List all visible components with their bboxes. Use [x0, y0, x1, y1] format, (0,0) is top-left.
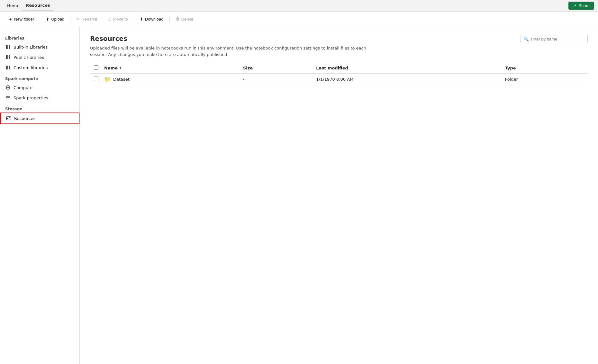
toolbar: ＋ New folder ⬆ Upload ✎ Rename ⤴ Move to…: [0, 12, 598, 27]
page-description: Uploaded files will be available in note…: [90, 45, 379, 58]
table-header-checkbox: [90, 63, 100, 74]
share-button[interactable]: ↗ Share: [568, 2, 594, 10]
svg-rect-6: [6, 66, 7, 69]
library-icon: [5, 44, 11, 50]
svg-rect-16: [6, 97, 10, 98]
properties-icon: [5, 95, 11, 101]
toolbar-separator: [40, 16, 40, 23]
sidebar-item-built-in-libraries[interactable]: Built-in Libraries: [0, 42, 79, 52]
row-checkbox[interactable]: [94, 77, 98, 81]
svg-rect-4: [7, 55, 8, 59]
upload-icon: ⬆: [46, 17, 50, 22]
svg-rect-17: [6, 99, 10, 99]
toolbar-separator-5: [169, 16, 170, 23]
search-icon: 🔍: [523, 36, 529, 41]
file-table: Name ↑ Size Last modified Type 📁: [90, 63, 588, 85]
toolbar-separator-4: [134, 16, 134, 23]
download-button[interactable]: ⬇ Download: [137, 15, 167, 23]
table-header-type: Type: [501, 63, 588, 74]
sort-arrow-icon: ↑: [119, 66, 122, 70]
sidebar-item-compute[interactable]: Compute: [0, 82, 79, 93]
sidebar-item-custom-libraries[interactable]: Custom libraries: [0, 62, 79, 73]
svg-rect-7: [7, 66, 8, 69]
move-icon: ⤴: [109, 17, 111, 22]
resources-icon: [6, 115, 12, 121]
select-all-checkbox[interactable]: [94, 65, 98, 70]
row-name-cell[interactable]: 📁 Dataset: [100, 74, 239, 85]
move-to-button[interactable]: ⤴ Move to: [106, 15, 131, 23]
library-icon-2: [5, 54, 11, 60]
compute-icon: [5, 85, 11, 90]
sidebar-section-spark-compute: Spark compute: [0, 73, 79, 82]
svg-rect-5: [9, 55, 10, 59]
sidebar: Libraries Built-in Libraries Public libr…: [0, 27, 80, 364]
table-row: 📁 Dataset - 1/1/1970 8:00 AM Folder: [90, 74, 588, 85]
svg-point-19: [7, 118, 8, 119]
nav-resources[interactable]: Resources: [23, 0, 53, 11]
sidebar-item-spark-properties[interactable]: Spark properties: [0, 93, 79, 103]
filter-input-wrapper: 🔍: [521, 35, 588, 43]
content-area: Resources Uploaded files will be availab…: [80, 27, 598, 364]
sidebar-item-public-libraries[interactable]: Public libraries: [0, 52, 79, 62]
main-layout: Libraries Built-in Libraries Public libr…: [0, 27, 598, 364]
sidebar-section-libraries: Libraries: [0, 32, 79, 42]
content-header: Resources Uploaded files will be availab…: [90, 35, 588, 58]
table-header-last-modified: Last modified: [312, 63, 501, 74]
folder-icon: 📁: [104, 76, 111, 82]
top-nav: Home Resources ↗ Share: [0, 0, 598, 12]
delete-icon: 🗑: [176, 17, 180, 22]
row-size-cell: -: [239, 74, 312, 85]
sidebar-item-resources[interactable]: Resources: [0, 113, 79, 124]
row-last-modified-cell: 1/1/1970 8:00 AM: [312, 74, 501, 85]
svg-rect-2: [9, 45, 10, 49]
sidebar-section-storage: Storage: [0, 103, 79, 113]
upload-button[interactable]: ⬆ Upload: [43, 15, 68, 23]
row-name: Dataset: [113, 77, 130, 82]
page-title: Resources: [90, 35, 379, 42]
share-icon: ↗: [573, 3, 576, 8]
library-icon-3: [5, 65, 11, 70]
filter-input[interactable]: [531, 37, 585, 41]
svg-rect-3: [6, 55, 7, 59]
row-type-cell: Folder: [501, 74, 588, 85]
svg-rect-15: [6, 96, 10, 97]
rename-button[interactable]: ✎ Rename: [73, 15, 100, 23]
table-header-name[interactable]: Name ↑: [100, 63, 239, 74]
download-icon: ⬇: [140, 17, 143, 22]
toolbar-separator-3: [103, 16, 103, 23]
plus-icon: ＋: [8, 16, 13, 22]
new-folder-button[interactable]: ＋ New folder: [5, 15, 37, 24]
content-title-area: Resources Uploaded files will be availab…: [90, 35, 379, 58]
svg-rect-8: [9, 66, 10, 69]
svg-point-10: [7, 87, 9, 88]
delete-button[interactable]: 🗑 Delete: [172, 15, 197, 23]
svg-rect-0: [6, 45, 7, 49]
table-header-size: Size: [239, 63, 312, 74]
nav-home[interactable]: Home: [4, 0, 23, 11]
row-checkbox-cell: [90, 74, 100, 85]
rename-icon: ✎: [76, 17, 80, 22]
svg-rect-1: [7, 45, 8, 49]
toolbar-separator-2: [70, 16, 70, 23]
